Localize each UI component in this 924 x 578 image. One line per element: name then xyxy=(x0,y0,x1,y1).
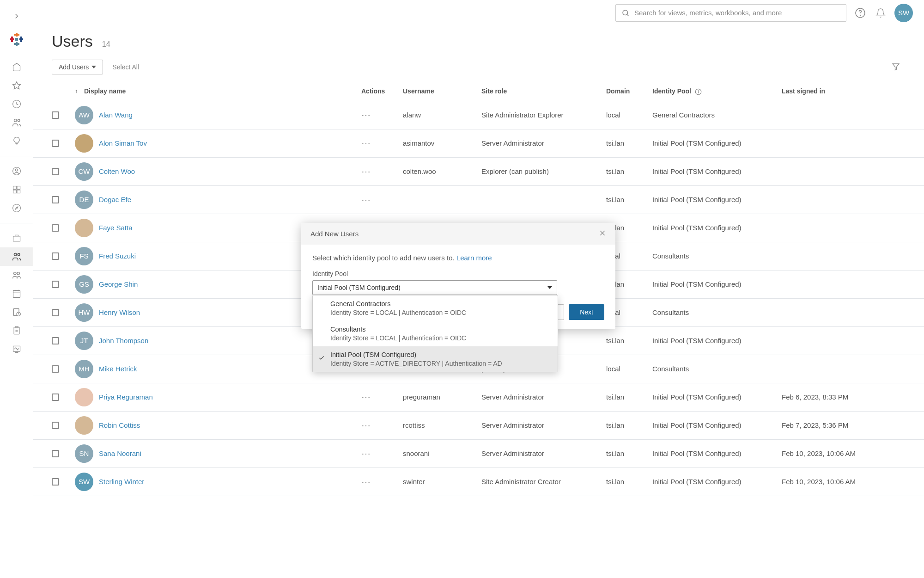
svg-point-11 xyxy=(14,119,17,122)
row-checkbox[interactable] xyxy=(52,252,59,260)
row-checkbox[interactable] xyxy=(52,365,59,373)
domain-cell: tsi.lan xyxy=(606,139,652,147)
sidebar-home[interactable] xyxy=(0,58,33,76)
table-row: Robin Cottiss⋯rcottissServer Administrat… xyxy=(33,412,924,440)
search-input[interactable] xyxy=(634,9,840,17)
col-display-name[interactable]: ↑Display name xyxy=(75,87,361,95)
notifications-icon[interactable] xyxy=(874,6,887,19)
col-site-role[interactable]: Site role xyxy=(481,87,606,95)
sidebar-schedules[interactable] xyxy=(0,284,33,303)
check-icon xyxy=(318,355,325,363)
table-row: SNSana Noorani⋯snooraniServer Administra… xyxy=(33,440,924,468)
row-checkbox[interactable] xyxy=(52,422,59,429)
user-name-link[interactable]: Colten Woo xyxy=(99,167,135,175)
sidebar-status[interactable] xyxy=(0,340,33,358)
col-domain[interactable]: Domain xyxy=(606,87,652,95)
sidebar-recommendations[interactable] xyxy=(0,132,33,150)
select-all-button[interactable]: Select All xyxy=(112,63,139,71)
sidebar-expand-button[interactable] xyxy=(0,7,33,25)
user-name-link[interactable]: Faye Satta xyxy=(99,224,133,232)
col-username[interactable]: Username xyxy=(403,87,481,95)
domain-cell: local xyxy=(606,365,652,373)
identity-pool-cell: Initial Pool (TSM Configured) xyxy=(652,393,782,401)
identity-pool-select[interactable]: Initial Pool (TSM Configured) General Co… xyxy=(312,280,557,295)
row-actions-button[interactable]: ⋯ xyxy=(361,166,371,177)
svg-line-39 xyxy=(627,14,629,16)
modal-description: Select which identity pool to add new us… xyxy=(312,254,604,262)
sidebar-tasks[interactable] xyxy=(0,321,33,340)
sidebar-collections[interactable] xyxy=(0,180,33,199)
close-icon[interactable] xyxy=(599,229,606,238)
sidebar-groups[interactable] xyxy=(0,266,33,284)
username-cell: asimantov xyxy=(403,139,481,147)
row-actions-button[interactable]: ⋯ xyxy=(361,392,371,402)
row-checkbox[interactable] xyxy=(52,337,59,344)
sidebar-recents[interactable] xyxy=(0,95,33,113)
dropdown-option-subtitle: Identity Store = LOCAL | Authentication … xyxy=(330,334,550,342)
next-button[interactable]: Next xyxy=(569,304,604,320)
dropdown-option[interactable]: Initial Pool (TSM Configured)Identity St… xyxy=(313,346,558,372)
identity-pool-cell: Consultants xyxy=(652,252,782,260)
sidebar-personal[interactable] xyxy=(0,162,33,180)
row-checkbox[interactable] xyxy=(52,309,59,316)
user-name-link[interactable]: Fred Suzuki xyxy=(99,252,136,260)
user-name-link[interactable]: Mike Hetrick xyxy=(99,365,137,373)
sidebar-favorites[interactable] xyxy=(0,76,33,95)
tableau-logo[interactable] xyxy=(7,30,26,49)
domain-cell: tsi.lan xyxy=(606,196,652,203)
user-avatar[interactable]: SW xyxy=(894,4,913,22)
user-name-link[interactable]: Sterling Winter xyxy=(99,478,144,486)
row-checkbox[interactable] xyxy=(52,224,59,232)
info-icon[interactable] xyxy=(695,88,702,95)
row-actions-button[interactable]: ⋯ xyxy=(361,449,371,459)
row-actions-button[interactable]: ⋯ xyxy=(361,477,371,487)
row-checkbox[interactable] xyxy=(52,281,59,288)
row-checkbox[interactable] xyxy=(52,168,59,175)
domain-cell: tsi.lan xyxy=(606,478,652,486)
sidebar-external[interactable] xyxy=(0,229,33,247)
svg-rect-8 xyxy=(15,38,18,41)
add-users-button[interactable]: Add Users xyxy=(52,60,103,74)
user-name-link[interactable]: Sana Noorani xyxy=(99,449,141,457)
table-header: ↑Display name Actions Username Site role… xyxy=(33,82,924,101)
sidebar-jobs[interactable] xyxy=(0,303,33,321)
row-actions-button[interactable]: ⋯ xyxy=(361,138,371,148)
col-actions[interactable]: Actions xyxy=(361,87,403,95)
sidebar-shared[interactable] xyxy=(0,113,33,132)
learn-more-link[interactable]: Learn more xyxy=(456,254,492,262)
avatar: SN xyxy=(75,444,93,463)
row-actions-button[interactable]: ⋯ xyxy=(361,110,371,120)
user-name-link[interactable]: John Thompson xyxy=(99,337,148,344)
user-name-link[interactable]: George Shin xyxy=(99,280,138,288)
search-box[interactable] xyxy=(615,4,846,22)
filter-button[interactable] xyxy=(892,62,900,72)
user-name-link[interactable]: Robin Cottiss xyxy=(99,421,140,429)
user-name-link[interactable]: Priya Reguraman xyxy=(99,393,153,401)
dropdown-option[interactable]: General ContractorsIdentity Store = LOCA… xyxy=(313,295,558,321)
row-checkbox[interactable] xyxy=(52,111,59,119)
sidebar-explore[interactable] xyxy=(0,199,33,217)
avatar: JT xyxy=(75,332,93,350)
sidebar-users[interactable] xyxy=(0,247,33,266)
col-identity-pool[interactable]: Identity Pool xyxy=(652,87,782,95)
row-checkbox[interactable] xyxy=(52,478,59,486)
user-name-link[interactable]: Henry Wilson xyxy=(99,308,140,316)
user-name-link[interactable]: Alon Siman Tov xyxy=(99,139,147,147)
svg-rect-16 xyxy=(17,186,20,190)
row-checkbox[interactable] xyxy=(52,140,59,147)
username-cell: rcottiss xyxy=(403,421,481,429)
dropdown-option[interactable]: ConsultantsIdentity Store = LOCAL | Auth… xyxy=(313,321,558,346)
table-row: Priya Reguraman⋯preguramanServer Adminis… xyxy=(33,383,924,412)
username-cell: alanw xyxy=(403,111,481,119)
row-checkbox[interactable] xyxy=(52,196,59,203)
table-row: Alon Siman Tov⋯asimantovServer Administr… xyxy=(33,129,924,158)
user-name-link[interactable]: Alan Wang xyxy=(99,111,133,119)
row-checkbox[interactable] xyxy=(52,394,59,401)
svg-marker-9 xyxy=(12,82,20,89)
row-checkbox[interactable] xyxy=(52,450,59,457)
col-last-signed[interactable]: Last signed in xyxy=(782,87,906,95)
user-name-link[interactable]: Dogac Efe xyxy=(99,196,131,203)
help-icon[interactable] xyxy=(854,6,867,19)
row-actions-button[interactable]: ⋯ xyxy=(361,420,371,430)
row-actions-button[interactable]: ⋯ xyxy=(361,195,371,205)
